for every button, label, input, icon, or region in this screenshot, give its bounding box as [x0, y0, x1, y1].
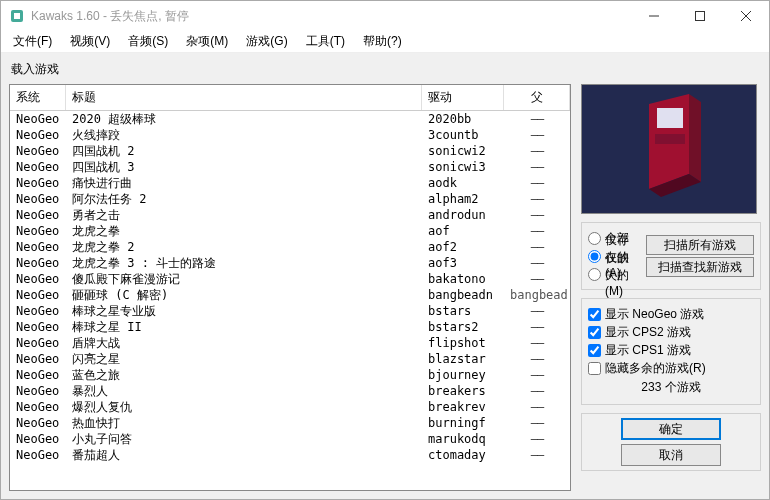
- menu-video[interactable]: 视频(V): [62, 31, 118, 52]
- scan-new-button[interactable]: 扫描查找新游戏: [646, 257, 754, 277]
- table-row[interactable]: NeoGeo闪亮之星blazstar——: [10, 351, 570, 367]
- cell-driver: bstars2: [422, 319, 504, 335]
- cell-title: 痛快进行曲: [66, 175, 422, 191]
- app-icon: [9, 8, 25, 24]
- ok-button[interactable]: 确定: [621, 418, 721, 440]
- check-cps2[interactable]: 显示 CPS2 游戏: [588, 323, 754, 341]
- cell-parent: ——: [504, 111, 570, 127]
- menu-file[interactable]: 文件(F): [5, 31, 60, 52]
- table-row[interactable]: NeoGeo龙虎之拳 2aof2——: [10, 239, 570, 255]
- cell-system: NeoGeo: [10, 415, 66, 431]
- cell-title: 龙虎之拳: [66, 223, 422, 239]
- svg-rect-10: [655, 134, 685, 144]
- cell-title: 阿尔法任务 2: [66, 191, 422, 207]
- cell-system: NeoGeo: [10, 159, 66, 175]
- game-count: 233 个游戏: [588, 377, 754, 398]
- cell-parent: ——: [504, 239, 570, 255]
- table-row[interactable]: NeoGeo棒球之星专业版bstars——: [10, 303, 570, 319]
- cell-parent: ——: [504, 303, 570, 319]
- cell-system: NeoGeo: [10, 143, 66, 159]
- cell-title: 龙虎之拳 2: [66, 239, 422, 255]
- titlebar: Kawaks 1.60 - 丢失焦点, 暂停: [1, 1, 769, 31]
- cell-driver: marukodq: [422, 431, 504, 447]
- table-row[interactable]: NeoGeo火线摔跤3countb——: [10, 127, 570, 143]
- cell-title: 龙虎之拳 3 : 斗士的路途: [66, 255, 422, 271]
- table-row[interactable]: NeoGeo暴烈人breakers——: [10, 383, 570, 399]
- cell-parent: ——: [504, 335, 570, 351]
- table-row[interactable]: NeoGeo阿尔法任务 2alpham2——: [10, 191, 570, 207]
- svg-rect-1: [14, 13, 20, 19]
- show-group: 显示 NeoGeo 游戏 显示 CPS2 游戏 显示 CPS1 游戏 隐藏多余的…: [581, 298, 761, 405]
- cell-system: NeoGeo: [10, 431, 66, 447]
- col-title[interactable]: 标题: [66, 85, 422, 110]
- cell-system: NeoGeo: [10, 239, 66, 255]
- cell-parent: bangbead: [504, 287, 570, 303]
- menu-game[interactable]: 游戏(G): [238, 31, 295, 52]
- cell-title: 砸砸球 (C 解密): [66, 287, 422, 303]
- cancel-button[interactable]: 取消: [621, 444, 721, 466]
- cell-parent: ——: [504, 367, 570, 383]
- table-row[interactable]: NeoGeo盾牌大战flipshot——: [10, 335, 570, 351]
- table-row[interactable]: NeoGeo热血快打burningf——: [10, 415, 570, 431]
- menu-audio[interactable]: 音频(S): [120, 31, 176, 52]
- cell-driver: sonicwi3: [422, 159, 504, 175]
- cell-title: 闪亮之星: [66, 351, 422, 367]
- cell-system: NeoGeo: [10, 383, 66, 399]
- game-list[interactable]: NeoGeo2020 超级棒球2020bb——NeoGeo火线摔跤3countb…: [10, 111, 570, 490]
- col-system[interactable]: 系统: [10, 85, 66, 110]
- cell-driver: bangbeadn: [422, 287, 504, 303]
- cell-title: 火线摔跤: [66, 127, 422, 143]
- table-row[interactable]: NeoGeo蓝色之旅bjourney——: [10, 367, 570, 383]
- dialog-title: 载入游戏: [9, 61, 761, 78]
- cell-system: NeoGeo: [10, 319, 66, 335]
- scan-all-button[interactable]: 扫描所有游戏: [646, 235, 754, 255]
- radio-missing[interactable]: 仅缺失的(M): [588, 265, 640, 283]
- cell-driver: sonicwi2: [422, 143, 504, 159]
- minimize-button[interactable]: [631, 1, 677, 31]
- table-row[interactable]: NeoGeo爆烈人复仇breakrev——: [10, 399, 570, 415]
- cell-driver: androdun: [422, 207, 504, 223]
- menu-misc[interactable]: 杂项(M): [178, 31, 236, 52]
- cell-title: 爆烈人复仇: [66, 399, 422, 415]
- cell-driver: blazstar: [422, 351, 504, 367]
- table-row[interactable]: NeoGeo痛快进行曲aodk——: [10, 175, 570, 191]
- maximize-button[interactable]: [677, 1, 723, 31]
- menu-tools[interactable]: 工具(T): [298, 31, 353, 52]
- cell-driver: bjourney: [422, 367, 504, 383]
- table-row[interactable]: NeoGeo四国战机 2sonicwi2——: [10, 143, 570, 159]
- cell-parent: ——: [504, 351, 570, 367]
- cell-system: NeoGeo: [10, 207, 66, 223]
- cell-system: NeoGeo: [10, 271, 66, 287]
- check-hide-extra[interactable]: 隐藏多余的游戏(R): [588, 359, 754, 377]
- table-row[interactable]: NeoGeo砸砸球 (C 解密)bangbeadnbangbead: [10, 287, 570, 303]
- close-button[interactable]: [723, 1, 769, 31]
- cell-driver: bstars: [422, 303, 504, 319]
- cell-system: NeoGeo: [10, 287, 66, 303]
- check-neogeo[interactable]: 显示 NeoGeo 游戏: [588, 305, 754, 323]
- cell-system: NeoGeo: [10, 447, 66, 463]
- table-row[interactable]: NeoGeo傻瓜殿下麻雀漫游记bakatono——: [10, 271, 570, 287]
- col-parent[interactable]: 父: [504, 85, 570, 110]
- table-row[interactable]: NeoGeo小丸子问答marukodq——: [10, 431, 570, 447]
- table-row[interactable]: NeoGeo龙虎之拳aof——: [10, 223, 570, 239]
- cell-system: NeoGeo: [10, 351, 66, 367]
- table-row[interactable]: NeoGeo龙虎之拳 3 : 斗士的路途aof3——: [10, 255, 570, 271]
- col-driver[interactable]: 驱动: [422, 85, 504, 110]
- arcade-cabinet-icon: [629, 94, 709, 204]
- cell-driver: aodk: [422, 175, 504, 191]
- table-row[interactable]: NeoGeo2020 超级棒球2020bb——: [10, 111, 570, 127]
- cell-driver: aof: [422, 223, 504, 239]
- table-row[interactable]: NeoGeo四国战机 3sonicwi3——: [10, 159, 570, 175]
- menu-help[interactable]: 帮助(?): [355, 31, 410, 52]
- game-list-panel: 系统 标题 驱动 父 NeoGeo2020 超级棒球2020bb——NeoGeo…: [9, 84, 571, 491]
- check-cps1[interactable]: 显示 CPS1 游戏: [588, 341, 754, 359]
- table-row[interactable]: NeoGeo番茄超人ctomaday——: [10, 447, 570, 463]
- cell-title: 棒球之星 II: [66, 319, 422, 335]
- cell-title: 蓝色之旅: [66, 367, 422, 383]
- cell-parent: ——: [504, 159, 570, 175]
- dialog-buttons: 确定 取消: [581, 413, 761, 471]
- cell-title: 四国战机 2: [66, 143, 422, 159]
- cell-title: 棒球之星专业版: [66, 303, 422, 319]
- table-row[interactable]: NeoGeo棒球之星 IIbstars2——: [10, 319, 570, 335]
- table-row[interactable]: NeoGeo勇者之击androdun——: [10, 207, 570, 223]
